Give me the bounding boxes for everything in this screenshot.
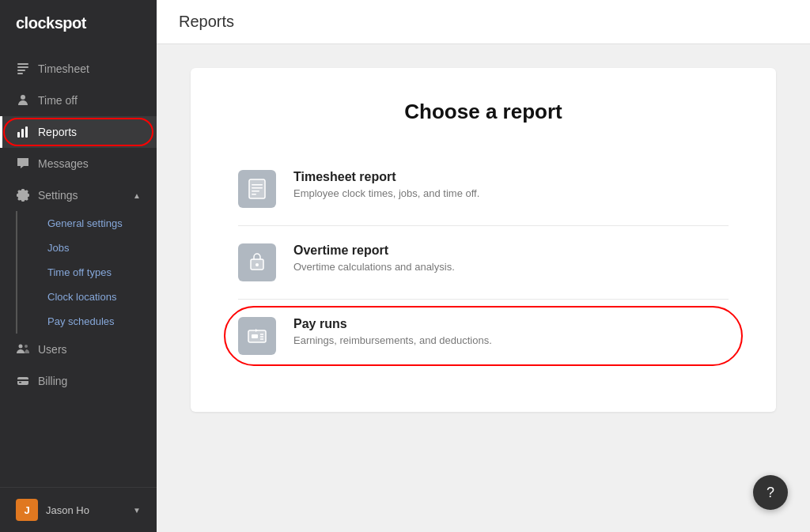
settings-header[interactable]: Settings ▲	[0, 179, 157, 211]
sidebar-item-label: Timesheet	[38, 62, 89, 75]
content-area: Choose a report Timesheet report Employe…	[157, 44, 810, 532]
overtime-report-desc: Overtime calculations and analysis.	[293, 261, 455, 273]
overtime-report-text: Overtime report Overtime calculations an…	[293, 243, 455, 273]
timesheet-report-icon	[238, 170, 276, 208]
report-item-pay-runs[interactable]: Pay runs Earnings, reimbursements, and d…	[238, 300, 729, 372]
svg-rect-1	[17, 66, 28, 68]
user-name: Jason Ho	[46, 504, 125, 516]
timesheet-report-name: Timesheet report	[293, 170, 479, 184]
svg-rect-15	[252, 187, 263, 189]
user-menu-chevron: ▼	[133, 506, 141, 515]
svg-rect-12	[19, 382, 21, 383]
svg-point-8	[19, 345, 23, 349]
svg-point-9	[25, 345, 28, 348]
reports-icon	[16, 125, 30, 139]
svg-rect-17	[252, 194, 256, 195]
sidebar-item-timesheet[interactable]: Timesheet	[0, 53, 157, 85]
svg-point-4	[21, 95, 25, 100]
svg-rect-2	[17, 70, 25, 71]
avatar: J	[16, 499, 38, 521]
svg-rect-3	[17, 73, 23, 74]
sidebar-item-users[interactable]: Users	[0, 334, 157, 365]
timesheet-report-text: Timesheet report Employee clock times, j…	[293, 170, 479, 199]
user-profile[interactable]: J Jason Ho ▼	[0, 487, 157, 532]
svg-rect-7	[25, 126, 28, 138]
settings-section: Settings ▲ General settings Jobs Time of…	[0, 179, 157, 334]
messages-icon	[16, 157, 30, 171]
settings-sub-general[interactable]: General settings	[16, 211, 157, 236]
sidebar-item-billing[interactable]: Billing	[0, 365, 157, 397]
chat-icon: ?	[766, 485, 774, 501]
page-title: Reports	[179, 13, 234, 31]
settings-sub-timeoff-types[interactable]: Time off types	[16, 260, 157, 285]
pay-runs-name: Pay runs	[293, 317, 492, 331]
sidebar-item-reports[interactable]: Reports	[0, 116, 157, 148]
sidebar-item-messages[interactable]: Messages	[0, 148, 157, 179]
pay-runs-desc: Earnings, reimbursements, and deductions…	[293, 334, 492, 346]
settings-chevron: ▲	[133, 191, 141, 200]
sidebar-item-label: Billing	[38, 375, 67, 387]
report-item-timesheet[interactable]: Timesheet report Employee clock times, j…	[238, 153, 729, 226]
pay-runs-text: Pay runs Earnings, reimbursements, and d…	[293, 317, 492, 346]
svg-rect-16	[252, 191, 259, 192]
overtime-report-icon	[238, 243, 276, 281]
timesheet-icon	[16, 62, 30, 76]
timesheet-report-desc: Employee clock times, jobs, and time off…	[293, 187, 479, 199]
svg-rect-0	[17, 63, 28, 65]
pay-runs-icon	[238, 317, 276, 355]
svg-rect-11	[17, 379, 28, 381]
settings-sub-pay-schedules[interactable]: Pay schedules	[16, 309, 157, 334]
main-content: Reports Choose a report Timesheet report	[157, 0, 810, 532]
settings-icon	[16, 188, 30, 202]
svg-point-19	[255, 263, 259, 266]
svg-rect-6	[21, 129, 24, 138]
settings-label: Settings	[38, 189, 78, 202]
report-card: Choose a report Timesheet report Employe…	[191, 68, 776, 412]
sidebar-item-label: Users	[38, 343, 67, 356]
settings-sub-jobs[interactable]: Jobs	[16, 236, 157, 260]
report-item-overtime[interactable]: Overtime report Overtime calculations an…	[238, 226, 729, 300]
overtime-report-name: Overtime report	[293, 243, 455, 258]
settings-sub-clock-locations[interactable]: Clock locations	[16, 285, 157, 309]
card-title: Choose a report	[238, 100, 729, 124]
sidebar-item-label: Reports	[38, 126, 77, 138]
svg-rect-21	[252, 334, 258, 338]
app-logo: clockspot	[0, 0, 157, 47]
timeoff-icon	[16, 93, 30, 108]
users-icon	[16, 342, 30, 357]
svg-rect-5	[17, 132, 20, 138]
top-bar: Reports	[157, 0, 810, 44]
app-name: clockspot	[16, 14, 86, 32]
billing-icon	[16, 374, 30, 388]
sidebar-item-timeoff[interactable]: Time off	[0, 85, 157, 116]
sidebar-nav: Timesheet Time off Reports	[0, 47, 157, 487]
settings-sub-nav: General settings Jobs Time off types Clo…	[0, 211, 157, 334]
sidebar: clockspot Timesheet Time	[0, 0, 157, 532]
sidebar-item-label: Messages	[38, 157, 89, 170]
chat-button[interactable]: ?	[753, 475, 788, 510]
sidebar-item-label: Time off	[38, 94, 78, 107]
svg-rect-13	[249, 179, 265, 198]
svg-rect-14	[252, 184, 263, 186]
